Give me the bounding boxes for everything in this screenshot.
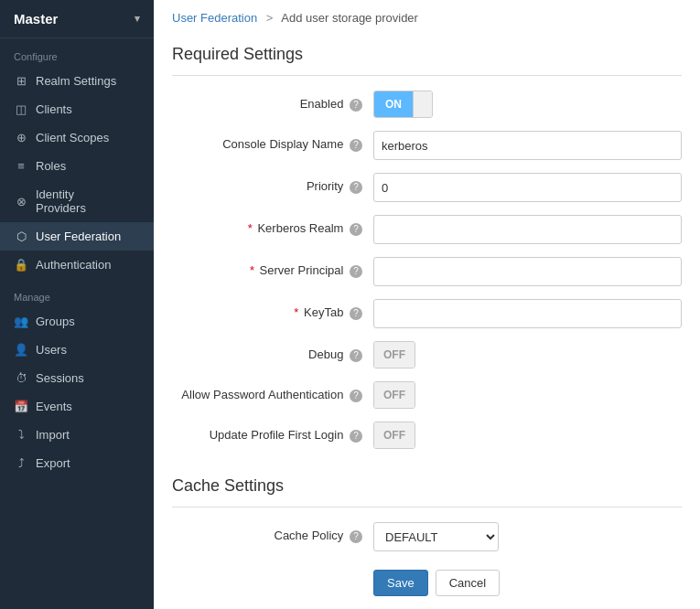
enabled-toggle[interactable]: ON [373,91,433,118]
configure-section-label: Configure [0,38,154,67]
keytab-help-icon[interactable]: ? [350,307,362,320]
kerberos-realm-input[interactable] [373,215,682,244]
sidebar-item-import[interactable]: ⤵ Import [0,421,154,449]
sidebar-item-label: Sessions [36,371,84,385]
kerberos-realm-label: * Kerberos Realm ? [172,215,373,237]
priority-row: Priority ? [172,173,682,202]
allow-password-auth-toggle[interactable]: OFF [373,381,415,409]
console-display-name-input[interactable] [373,131,682,160]
save-button[interactable]: Save [373,570,428,596]
debug-toggle[interactable]: OFF [373,341,415,369]
sidebar-item-clients[interactable]: ◫ Clients [0,95,154,123]
cache-settings-title: Cache Settings [172,467,682,508]
sidebar-item-label: IdentityProviders [36,187,86,215]
allow-password-auth-help-icon[interactable]: ? [350,390,362,402]
realm-selector[interactable]: Master ▾ [0,0,154,38]
roles-icon: ≡ [14,159,28,173]
manage-section-label: Manage [0,279,154,307]
sidebar-item-label: Clients [36,102,72,116]
toggle-off-side [414,91,432,117]
console-display-name-row: Console Display Name ? [172,131,682,160]
realm-settings-icon: ⊞ [14,74,28,88]
server-principal-help-icon[interactable]: ? [350,265,362,278]
cache-policy-select[interactable]: DEFAULT EVICT_WEEKLY EVICT_DAILY MAX_LIF… [373,522,499,551]
kerberos-realm-help-icon[interactable]: ? [350,223,362,236]
client-scopes-icon: ⊕ [14,131,28,144]
toggle-on-label: ON [374,91,414,117]
update-profile-off-label: OFF [374,422,415,448]
kerberos-realm-field-container [373,215,682,244]
sidebar-item-label: Export [36,456,70,470]
sidebar-item-realm-settings[interactable]: ⊞ Realm Settings [0,67,154,95]
server-principal-row: * Server Principal ? [172,257,682,286]
enabled-toggle-container: ON [373,91,682,118]
realm-name: Master [14,11,58,27]
form-actions: Save Cancel [373,570,682,596]
sidebar-item-user-federation[interactable]: ⬡ User Federation [0,222,154,251]
sidebar-item-label: User Federation [36,230,121,243]
debug-row: Debug ? OFF [172,341,682,369]
sidebar-item-label: Users [36,343,67,357]
sidebar-item-label: Realm Settings [36,74,116,88]
sidebar-item-label: Roles [36,159,66,173]
clients-icon: ◫ [14,102,28,116]
priority-field-container [373,173,682,202]
sidebar-item-label: Client Scopes [36,131,109,144]
debug-toggle-container: OFF [373,341,682,369]
breadcrumb-current: Add user storage provider [281,11,418,25]
sidebar-item-client-scopes[interactable]: ⊕ Client Scopes [0,123,154,152]
cache-policy-select-container: DEFAULT EVICT_WEEKLY EVICT_DAILY MAX_LIF… [373,522,682,551]
sidebar-item-export[interactable]: ⤴ Export [0,449,154,477]
sessions-icon: ⏱ [14,371,28,385]
cancel-button[interactable]: Cancel [436,570,500,596]
keytab-input[interactable] [373,299,682,328]
form-content: Required Settings Enabled ? ON Console D… [154,36,700,609]
sidebar-item-groups[interactable]: 👥 Groups [0,307,154,336]
breadcrumb: User Federation > Add user storage provi… [154,0,700,36]
priority-help-icon[interactable]: ? [350,181,362,194]
priority-label: Priority ? [172,173,373,195]
priority-input[interactable] [373,173,682,202]
server-principal-field-container [373,257,682,286]
sidebar-item-users[interactable]: 👤 Users [0,336,154,364]
update-profile-toggle-container: OFF [373,422,682,449]
import-icon: ⤵ [14,428,28,442]
keytab-field-container [373,299,682,328]
update-profile-toggle[interactable]: OFF [373,422,415,449]
chevron-down-icon: ▾ [135,13,140,25]
enabled-help-icon[interactable]: ? [350,99,362,112]
update-profile-help-icon[interactable]: ? [350,430,362,443]
export-icon: ⤴ [14,456,28,470]
allow-password-auth-row: Allow Password Authentication ? OFF [172,381,682,409]
sidebar-item-sessions[interactable]: ⏱ Sessions [0,364,154,392]
cache-policy-help-icon[interactable]: ? [350,530,362,543]
allow-password-auth-off-label: OFF [374,382,415,408]
events-icon: 📅 [14,400,28,413]
user-federation-icon: ⬡ [14,230,28,243]
sidebar-item-label: Groups [36,315,75,328]
cache-policy-label: Cache Policy ? [172,522,373,544]
debug-help-icon[interactable]: ? [350,349,362,362]
cache-policy-row: Cache Policy ? DEFAULT EVICT_WEEKLY EVIC… [172,522,682,551]
sidebar-item-identity-providers[interactable]: ⊗ IdentityProviders [0,180,154,222]
update-profile-row: Update Profile First Login ? OFF [172,422,682,449]
sidebar-item-events[interactable]: 📅 Events [0,392,154,421]
debug-off-label: OFF [374,342,415,368]
breadcrumb-link[interactable]: User Federation [172,11,257,25]
console-display-name-help-icon[interactable]: ? [350,139,362,152]
kerberos-realm-row: * Kerberos Realm ? [172,215,682,244]
allow-password-auth-label: Allow Password Authentication ? [172,381,373,403]
authentication-icon: 🔒 [14,258,28,272]
debug-label: Debug ? [172,341,373,363]
users-icon: 👤 [14,343,28,357]
sidebar-item-roles[interactable]: ≡ Roles [0,152,154,180]
sidebar-item-authentication[interactable]: 🔒 Authentication [0,251,154,279]
sidebar-item-label: Import [36,428,70,442]
keytab-label: * KeyTab ? [172,299,373,321]
sidebar-item-label: Events [36,400,72,413]
update-profile-label: Update Profile First Login ? [172,422,373,443]
enabled-label: Enabled ? [172,91,373,112]
console-display-name-field-container [373,131,682,160]
server-principal-input[interactable] [373,257,682,286]
sidebar: Master ▾ Configure ⊞ Realm Settings ◫ Cl… [0,0,154,609]
